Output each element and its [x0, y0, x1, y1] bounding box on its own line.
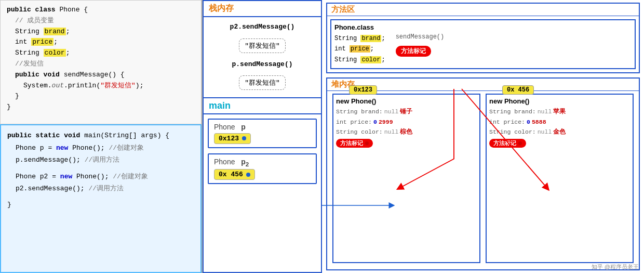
code-line-6: //发短信	[15, 59, 195, 70]
code-main-line-2: Phone p = new Phone(); //创建对象	[16, 142, 194, 154]
phone-p2-card: Phone p2 0x 456	[208, 153, 317, 185]
heap-obj2-field-brand: String brand: null 苹果	[489, 107, 630, 117]
left-code-panel: public class Phone { // 成员变量 String bran…	[0, 0, 203, 273]
code-line-8: System.out.println("群发短信");	[23, 81, 195, 92]
heap-obj1-field-color: String color: null 棕色	[336, 127, 477, 137]
code-main-line-3: p.sendMessage(); //调用方法	[16, 154, 194, 166]
heap-obj2-address: 0x 456	[502, 85, 534, 95]
heap-obj2-field-price: int price: 0 5888	[489, 117, 630, 127]
phone-class-code: public class Phone { // 成员变量 String bran…	[0, 0, 202, 124]
stack-memory-panel: 栈内存 p2.sendMessage() "群发短信" p.sendMessag…	[203, 0, 322, 273]
price-highlight: price	[31, 38, 53, 46]
code-main-line-1: public static void main(String[] args) {	[7, 129, 194, 141]
method-area: 方法区 Phone.class String brand; int price;…	[326, 3, 640, 73]
code-line-4: int price;	[15, 37, 195, 48]
heap-obj1-field-brand: String brand: null 锤子	[336, 107, 477, 117]
method-area-label: 方法区	[327, 4, 639, 16]
stack-lower-area: Phone p 0x123 Phone p2 0x 456	[204, 114, 321, 272]
bubble-p2: "群发短信"	[239, 38, 286, 53]
heap-inner: 0x123 new Phone() String brand: null 锤子 …	[327, 90, 639, 266]
phone-p-address: 0x123	[214, 133, 251, 144]
method-tag-area: sendMessage() 方法标记	[396, 33, 445, 57]
method-area-inner: Phone.class String brand; int price; Str…	[327, 16, 639, 72]
main-stack-label: main	[204, 98, 321, 114]
heap-obj2-fields: String brand: null 苹果 int price: 0 5888 …	[489, 107, 630, 137]
heap-obj2-title: new Phone()	[489, 97, 630, 105]
heap-obj1-field-price: int price: 0 2999	[336, 117, 477, 127]
watermark: 知乎 @程序员老王	[592, 263, 639, 271]
code-line-7: public void sendMessage() {	[15, 70, 195, 81]
brand-highlight: brand	[44, 28, 66, 35]
phone-p2-title: Phone p2	[214, 158, 311, 167]
field-price: int price;	[334, 44, 385, 54]
send-message-label: sendMessage()	[396, 33, 445, 41]
heap-obj1-fields: String brand: null 锤子 int price: 0 2999 …	[336, 107, 477, 137]
heap-obj1-method-badge: 方法标记	[336, 139, 373, 148]
code-line-3: String brand;	[15, 27, 195, 37]
phone-class-content: String brand; int price; String color; s…	[334, 33, 632, 65]
phone-class-fields: String brand; int price; String color;	[334, 33, 385, 65]
code-line-10: }	[7, 102, 195, 113]
phone-class-title: Phone.class	[334, 23, 632, 31]
method-badge: 方法标记	[396, 46, 431, 57]
stack-upper-area: p2.sendMessage() "群发短信" p.sendMessage() …	[204, 17, 321, 98]
right-panel: 方法区 Phone.class String brand; int price;…	[322, 0, 644, 273]
code-line-2: // 成员变量	[15, 16, 195, 27]
code-spacer-2	[7, 194, 194, 199]
heap-obj2-method-badge: 方法标记	[489, 139, 526, 148]
heap-object-2: 0x 456 new Phone() String brand: null 苹果…	[486, 94, 634, 263]
bubble-p: "群发短信"	[239, 75, 286, 90]
phone-class-box: Phone.class String brand; int price; Str…	[330, 19, 636, 69]
code-main-line-5: Phone p2 = new Phone(); //创建对象	[16, 171, 194, 183]
stack-label: 栈内存	[204, 1, 321, 17]
phone-p-title: Phone p	[214, 123, 311, 131]
code-main-line-6: p2.sendMessage(); //调用方法	[16, 183, 194, 194]
code-main-line-8: }	[7, 199, 194, 211]
code-line-5: String color;	[15, 48, 195, 59]
heap-object-1: 0x123 new Phone() String brand: null 锤子 …	[332, 94, 480, 263]
code-spacer-1	[7, 166, 194, 171]
code-line-9: }	[15, 91, 195, 102]
color-highlight: color	[44, 49, 66, 57]
heap-obj1-title: new Phone()	[336, 97, 477, 105]
code-line-1: public class Phone {	[7, 5, 195, 16]
field-brand: String brand;	[334, 33, 385, 44]
phone-p2-address: 0x 456	[214, 169, 255, 180]
p2-call-label: p2.sendMessage()	[230, 23, 295, 31]
main-method-code: public static void main(String[] args) {…	[0, 124, 202, 273]
field-color: String color;	[334, 55, 385, 65]
p-call-label: p.sendMessage()	[232, 60, 292, 68]
heap-obj1-address: 0x123	[349, 85, 377, 95]
heap-area: 堆内存 0x123 new Phone() String brand: null…	[326, 77, 640, 270]
heap-obj2-field-color: String color: null 金色	[489, 127, 630, 137]
phone-p-card: Phone p 0x123	[208, 119, 317, 148]
